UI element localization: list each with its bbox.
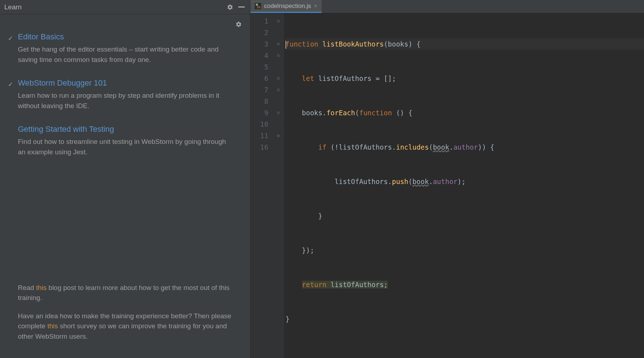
survey-link[interactable]: this [47, 322, 58, 330]
panel-settings-icon[interactable] [234, 20, 243, 29]
line-number: 9 [250, 107, 275, 118]
fold-end-icon[interactable]: ⊡ [275, 73, 281, 84]
line-number: 8 [250, 96, 275, 107]
code-line [286, 348, 644, 358]
blog-link[interactable]: this [36, 284, 47, 291]
learn-header: Learn [0, 0, 250, 14]
line-number: 6 [250, 73, 275, 84]
code-line: return listOfAuthors; [286, 279, 644, 290]
fold-column: ⊟ ⊟ ⊟ ⊡ ⊡ ⊡ ⊞ [275, 15, 281, 358]
line-number: 7 [250, 84, 275, 96]
code-line: listOfAuthors.push(book.author); [286, 176, 644, 187]
lesson-item: ✓ WebStorm Debugger 101 Learn how to run… [18, 78, 232, 111]
fold-marker-icon[interactable]: ⊟ [275, 38, 281, 50]
code-content[interactable]: function listBookAuthors(books) { let li… [284, 13, 644, 358]
footer-para-2: Have an idea how to make the training ex… [18, 311, 232, 342]
line-number: 16 [250, 141, 275, 153]
code-editor[interactable]: 1 2 3 4 5 6 7 8 9 10 11 16 ⊟ ⊟ ⊟ ⊡ ⊡ [250, 13, 644, 358]
tab-filename: codeInspection.js [264, 3, 311, 10]
fold-expand-icon[interactable]: ⊞ [275, 130, 281, 141]
minimize-icon[interactable] [237, 3, 246, 11]
line-number: 1 [250, 15, 275, 27]
code-line: }); [286, 245, 644, 256]
fold-end-icon[interactable]: ⊡ [275, 107, 281, 118]
fold-end-icon[interactable]: ⊡ [275, 84, 281, 96]
line-number: 11 [250, 130, 275, 141]
code-line: function listBookAuthors(books) { [286, 38, 644, 50]
secondary-toolbar [0, 14, 250, 29]
lesson-item: Getting Started with Testing Find out ho… [18, 125, 232, 157]
line-number: 5 [250, 61, 275, 73]
editor-area: JS codeInspection.js × 1 2 3 4 5 6 7 8 9… [250, 0, 644, 358]
fold-marker-icon[interactable]: ⊟ [275, 50, 281, 61]
editor-tab[interactable]: JS codeInspection.js × [250, 0, 322, 13]
learn-tool-window: Learn ✓ Editor Basics Get the hang of th… [0, 0, 250, 358]
lesson-description: Get the hang of the editor essentials – … [18, 44, 232, 65]
lesson-description: Find out how to streamline unit testing … [18, 137, 232, 157]
line-number: 3 [250, 38, 275, 50]
code-line: if (!listOfAuthors.includes(book.author)… [286, 141, 644, 153]
code-line: } [286, 313, 644, 325]
code-line: let listOfAuthors = []; [286, 73, 644, 84]
lesson-title-link[interactable]: WebStorm Debugger 101 [18, 78, 232, 88]
code-line: books.forEach(function () { [286, 107, 644, 118]
js-file-icon: JS [255, 3, 261, 9]
checkmark-icon: ✓ [8, 81, 13, 88]
line-number: 4 [250, 50, 275, 61]
lesson-list: ✓ Editor Basics Get the hang of the edit… [0, 29, 250, 171]
lesson-title-link[interactable]: Editor Basics [18, 32, 232, 42]
footer-para-1: Read this blog post to learn more about … [18, 283, 232, 303]
learn-title: Learn [4, 3, 223, 11]
code-line: } [286, 210, 644, 222]
gutter: 1 2 3 4 5 6 7 8 9 10 11 16 ⊟ ⊟ ⊟ ⊡ ⊡ [250, 13, 284, 358]
settings-icon[interactable] [226, 3, 234, 11]
checkmark-icon: ✓ [8, 34, 13, 42]
lesson-item: ✓ Editor Basics Get the hang of the edit… [18, 32, 232, 65]
editor-tab-bar: JS codeInspection.js × [250, 0, 644, 13]
line-number: 10 [250, 118, 275, 130]
learn-footer: Read this blog post to learn more about … [0, 222, 250, 358]
close-tab-icon[interactable]: × [314, 3, 317, 9]
line-numbers: 1 2 3 4 5 6 7 8 9 10 11 16 [250, 15, 275, 358]
fold-marker-icon[interactable]: ⊟ [275, 15, 281, 27]
line-number: 2 [250, 27, 275, 38]
lesson-title-link[interactable]: Getting Started with Testing [18, 125, 232, 134]
lesson-description: Learn how to run a program step by step … [18, 91, 232, 111]
